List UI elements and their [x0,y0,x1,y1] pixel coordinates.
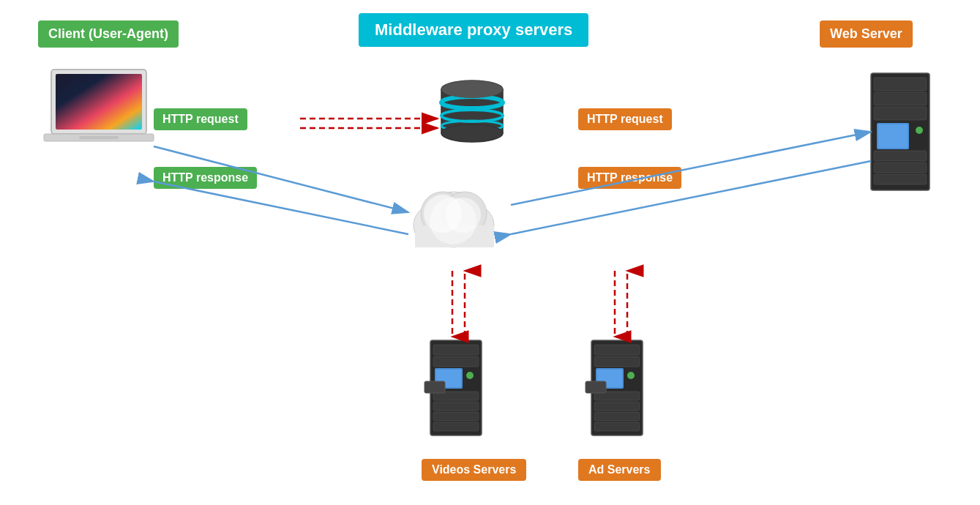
http-response-left-label: HTTP response [154,167,257,189]
laptop-icon [44,70,154,141]
svg-rect-47 [594,392,640,400]
svg-point-7 [441,110,503,121]
svg-point-26 [916,127,923,134]
svg-point-12 [414,205,455,246]
svg-rect-20 [871,73,929,190]
database-icon [441,81,503,142]
svg-rect-25 [878,124,908,148]
web-server-icon [871,73,929,190]
svg-point-10 [441,81,503,98]
svg-rect-43 [594,356,640,367]
ad-server-icon [586,340,643,435]
svg-rect-21 [874,78,927,91]
diagram: Client (User-Agent) Middleware proxy ser… [0,0,980,505]
svg-point-8 [441,121,503,131]
svg-point-6 [441,97,503,108]
http-request-left-label: HTTP request [154,108,247,130]
svg-point-17 [424,195,462,233]
svg-rect-29 [874,174,927,184]
svg-rect-16 [415,225,494,247]
svg-rect-50 [594,422,640,431]
svg-rect-23 [874,107,927,120]
svg-rect-30 [430,340,482,435]
svg-point-13 [453,205,494,246]
webserver-label: Web Server [820,20,913,48]
svg-point-15 [443,192,487,236]
ad-servers-label: Ad Servers [578,459,661,481]
svg-point-9 [441,124,503,142]
svg-point-46 [627,372,635,379]
svg-rect-38 [433,412,479,421]
svg-rect-33 [435,368,463,389]
http-request-right-label: HTTP request [578,108,672,130]
svg-rect-49 [594,412,640,421]
svg-rect-34 [436,370,461,387]
svg-rect-51 [586,381,606,393]
blue-resp-left [154,182,408,234]
svg-rect-1 [56,74,142,130]
svg-rect-0 [51,70,146,134]
video-server-icon [424,340,482,435]
svg-rect-41 [591,340,643,435]
videos-servers-label: Videos Servers [422,459,526,481]
svg-point-11 [426,192,482,247]
svg-rect-45 [597,370,622,387]
svg-rect-37 [433,402,479,411]
arrows-layer [0,0,980,505]
svg-rect-5 [441,89,503,133]
svg-rect-39 [433,422,479,431]
svg-rect-48 [594,402,640,411]
svg-point-14 [421,192,465,236]
blue-req-right [511,132,871,205]
svg-rect-36 [433,392,479,400]
svg-rect-32 [433,356,479,367]
middleware-label: Middleware proxy servers [359,13,588,47]
svg-point-4 [441,81,503,98]
svg-rect-22 [874,92,927,105]
svg-rect-31 [433,345,479,355]
svg-rect-28 [874,162,927,173]
svg-rect-24 [877,123,909,149]
client-label: Client (User-Agent) [38,20,179,48]
cloud-icon [414,192,494,247]
blue-resp-right [511,161,871,234]
svg-rect-3 [79,136,119,139]
svg-point-18 [446,198,481,233]
http-response-right-label: HTTP response [578,167,681,189]
svg-rect-40 [424,381,445,393]
svg-rect-42 [594,345,640,355]
svg-point-35 [466,372,474,379]
svg-rect-27 [874,151,927,161]
svg-rect-44 [596,368,624,389]
svg-rect-2 [44,134,154,141]
svg-point-19 [430,198,476,244]
